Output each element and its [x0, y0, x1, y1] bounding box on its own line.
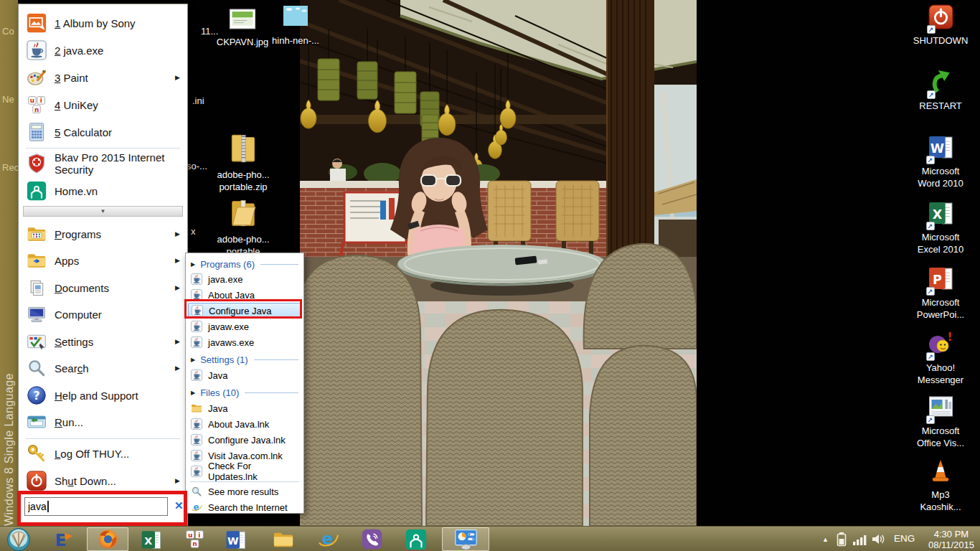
- speaker-icon[interactable]: [872, 533, 886, 545]
- submenu-arrow-icon: ▶: [175, 230, 185, 237]
- taskbar-item-unikey[interactable]: [176, 527, 213, 551]
- desktop-icon-hinh-nen[interactable]: hinh-nen-...: [270, 6, 321, 47]
- text-caret: [47, 501, 49, 512]
- taskbar-item-firefox[interactable]: [87, 527, 128, 551]
- result-item-search-the-internet[interactable]: Search the Internet: [188, 499, 301, 515]
- image-file-icon: [283, 6, 308, 29]
- start-menu-item-run[interactable]: Run...: [21, 408, 185, 435]
- taskbar-item-excel[interactable]: [133, 527, 170, 551]
- search-icon: [191, 486, 202, 497]
- start-menu-item-java-exe[interactable]: 2 java.exe: [21, 37, 185, 64]
- result-item-java-exe[interactable]: java.exe: [188, 271, 301, 287]
- java-icon: [192, 305, 203, 316]
- clear-search-icon[interactable]: ✕: [174, 499, 184, 512]
- submenu-arrow-icon: ▶: [175, 257, 185, 264]
- restart-icon: ↗: [928, 69, 953, 98]
- start-menu-item-shut-down[interactable]: Shut Down... ▶: [21, 467, 185, 494]
- battery-icon[interactable]: [837, 532, 847, 547]
- help-icon: [27, 385, 47, 405]
- menu-separator: [26, 148, 180, 149]
- taskbar-item-homevn[interactable]: [397, 527, 435, 551]
- result-item-about-java-lnk[interactable]: About Java.lnk: [188, 416, 301, 432]
- desktop-icon-excel[interactable]: ↗ MicrosoftExcel 2010: [901, 199, 980, 255]
- icon-label: SHUTDOWN: [913, 34, 969, 47]
- results-header-programs[interactable]: ▶ Programs (6): [188, 256, 301, 272]
- start-menu-item-programs[interactable]: Programs ▶: [21, 220, 185, 248]
- result-item-configure-java-lnk[interactable]: Configure Java.lnk: [188, 432, 301, 448]
- taskbar-item-editplus[interactable]: [44, 527, 82, 551]
- visio-icon: ↗: [928, 394, 954, 423]
- menu-expand-button[interactable]: ▼: [23, 206, 183, 217]
- icon-label: RESTART: [919, 100, 961, 112]
- submenu-arrow-icon: ▶: [191, 390, 195, 396]
- taskbar-clock[interactable]: 4:30 PM 08/11/2015: [925, 528, 977, 550]
- results-header-settings[interactable]: ▶ Settings (1): [188, 352, 301, 367]
- result-item-javaws-exe[interactable]: javaws.exe: [188, 334, 301, 350]
- start-menu-item-unikey[interactable]: 4 UniKey: [21, 91, 185, 118]
- desktop-icon-yahoo-messenger[interactable]: ↗ Yahoo!Messenger: [901, 331, 980, 386]
- homevn-icon: [405, 529, 427, 550]
- start-menu-item-documents[interactable]: Documents ▶: [21, 274, 185, 301]
- desktop-icon-label-partial-num: 11...: [201, 26, 218, 37]
- desktop-icon-office-visio[interactable]: ↗ MicrosoftOffice Vis...: [901, 394, 980, 449]
- start-menu-item-log-off[interactable]: Log Off THUY...: [21, 440, 185, 467]
- file-explorer-icon: [273, 529, 294, 550]
- taskbar-item-internet-explorer[interactable]: [309, 527, 347, 551]
- start-menu-item-search[interactable]: Search ▶: [21, 354, 185, 382]
- start-menu-item-paint[interactable]: 3 Paint ▶: [21, 64, 185, 91]
- results-header-files[interactable]: ▶ Files (10): [188, 385, 301, 400]
- programs-folder-icon: [27, 224, 47, 244]
- taskbar-item-viber[interactable]: [353, 527, 390, 551]
- desktop-icon-label-computer-partial: Co: [2, 26, 19, 37]
- header-rule: [245, 392, 298, 393]
- taskbar: ▲ ENG 4:30 PM 08/11/2015: [0, 526, 980, 551]
- language-indicator[interactable]: ENG: [894, 533, 915, 544]
- taskbar-item-control-panel[interactable]: [442, 527, 489, 551]
- start-menu-item-calculator[interactable]: 5 Calculator: [21, 118, 185, 146]
- taskbar-item-word[interactable]: [217, 527, 255, 551]
- start-menu-item-computer[interactable]: Computer: [21, 301, 185, 328]
- shortcut-arrow-icon: ↗: [926, 352, 935, 361]
- result-item-see-more-results[interactable]: See more results: [188, 484, 301, 499]
- shortcut-arrow-icon: ↗: [926, 156, 935, 164]
- powerpoint-icon: ↗: [928, 265, 954, 294]
- submenu-arrow-icon: ▶: [175, 364, 185, 372]
- desktop-icon-adobe-zip[interactable]: adobe-pho... portable.zip: [215, 131, 271, 193]
- start-menu-item-settings[interactable]: Settings ▶: [21, 328, 185, 355]
- word-icon: ↗: [928, 133, 954, 163]
- start-menu-item-bkav[interactable]: Bkav Pro 2015 Internet Security: [21, 150, 185, 177]
- submenu-arrow-icon: ▶: [175, 74, 185, 81]
- result-item-javaw-exe[interactable]: javaw.exe: [188, 319, 301, 334]
- desktop-icon-shutdown[interactable]: ↗ SHUTDOWN: [901, 4, 980, 47]
- result-item-check-for-updates-lnk[interactable]: Check For Updates.lnk: [188, 463, 301, 479]
- result-item-configure-java[interactable]: Configure Java: [188, 303, 301, 319]
- desktop-icon-restart[interactable]: ↗ RESTART: [901, 69, 980, 112]
- start-menu-item-homevn[interactable]: Home.vn: [21, 177, 185, 204]
- firefox-icon: [97, 528, 119, 550]
- desktop-icon-adobe-folder[interactable]: adobe-pho... portable: [215, 197, 271, 258]
- network-signal-icon[interactable]: [853, 534, 869, 545]
- result-item-java-folder[interactable]: Java: [188, 400, 301, 416]
- desktop-icon-ckpavn[interactable]: CKPAVN.jpg: [217, 9, 268, 48]
- desktop-edge-strip: Windows 8 Single Language: [0, 0, 18, 526]
- menu-separator: [190, 481, 299, 482]
- start-menu-item-help[interactable]: Help and Support: [21, 382, 185, 409]
- result-item-java-settings[interactable]: Java: [188, 367, 301, 383]
- desktop-icon-word[interactable]: ↗ MicrosoftWord 2010: [901, 133, 980, 189]
- word-icon: [225, 529, 247, 550]
- calculator-icon: [27, 122, 47, 142]
- start-button[interactable]: [3, 527, 34, 551]
- submenu-arrow-icon: ▶: [175, 477, 185, 484]
- icon-label: adobe-pho...: [217, 169, 269, 180]
- desktop-icon-vlc-mp3[interactable]: Mp3Kaoshik...: [901, 458, 980, 513]
- taskbar-item-file-explorer[interactable]: [265, 527, 302, 551]
- start-menu-search-input[interactable]: [24, 497, 168, 516]
- header-rule: [254, 359, 298, 360]
- start-menu-item-album-by-sony[interactable]: 1 Album by Sony: [21, 9, 185, 37]
- start-menu-item-apps[interactable]: Apps ▶: [21, 247, 185, 274]
- desktop-icon-powerpoint[interactable]: ↗ MicrosoftPowerPoi...: [901, 265, 980, 321]
- result-item-about-java[interactable]: About Java: [188, 287, 301, 303]
- java-icon: [191, 466, 202, 477]
- tray-expand-icon[interactable]: ▲: [822, 536, 829, 543]
- shortcut-arrow-icon: ↗: [926, 222, 935, 230]
